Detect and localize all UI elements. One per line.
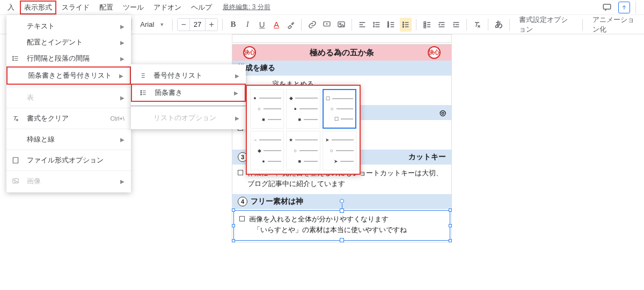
align-button[interactable] <box>356 18 369 32</box>
menu-slide[interactable]: スライド <box>57 1 94 14</box>
section-2-title: ◎ <box>440 108 446 117</box>
format-file-options-label: ファイル形式オプション <box>27 155 104 165</box>
resize-handle[interactable] <box>449 209 452 212</box>
format-clear[interactable]: 書式をクリア Ctrl+\ <box>6 110 131 127</box>
decrease-indent-button[interactable] <box>435 18 448 32</box>
submenu-bulleted-label: 箇条書き <box>155 88 182 98</box>
font-family-select[interactable]: Arial ▼ <box>136 19 168 30</box>
chevron-right-icon: ▶ <box>120 24 125 29</box>
svg-rect-11 <box>424 24 426 25</box>
menu-help[interactable]: ヘルプ <box>187 1 216 14</box>
section-4-line1: 画像を入れると全体が分かりやすくなります <box>249 214 389 225</box>
svg-point-16 <box>141 91 142 92</box>
svg-rect-12 <box>424 26 426 27</box>
insert-comment-button[interactable] <box>320 18 333 32</box>
chevron-right-icon: ▶ <box>235 115 239 121</box>
svg-rect-10 <box>424 21 426 23</box>
line-spacing-button[interactable] <box>371 18 383 32</box>
format-bullets-numbering[interactable]: 箇条書きと番号付きリスト ▶ <box>6 66 131 85</box>
bullet-style-2[interactable]: ◆ ● ■ <box>286 89 320 129</box>
menu-tools[interactable]: ツール <box>119 1 148 14</box>
highlight-color-button[interactable] <box>285 18 297 32</box>
resize-handle[interactable] <box>449 224 452 227</box>
insert-image-button[interactable] <box>335 18 347 32</box>
checklist-button[interactable] <box>421 18 433 32</box>
chevron-right-icon: ▶ <box>120 40 125 46</box>
svg-point-7 <box>402 22 404 23</box>
submenu-numbered[interactable]: 番号付きリスト ▶ <box>131 68 246 84</box>
submenu-list-options-label: リストのオプション <box>153 113 216 123</box>
font-size-value[interactable]: 27 <box>189 19 206 31</box>
format-menu-dropdown: テキスト ▶ 配置とインデント ▶ 行間隔と段落の間隔 ▶ 箇条書きと番号付きリ… <box>6 15 131 192</box>
font-size-stepper[interactable]: − 27 + <box>177 18 218 31</box>
svg-point-3 <box>339 23 341 25</box>
bulleted-list-button[interactable] <box>400 18 412 32</box>
format-borders-lines[interactable]: 枠線と線 ▶ <box>6 131 131 147</box>
format-table: 表 ▶ <box>6 90 131 106</box>
bullet-style-4[interactable]: → ◆ ● <box>250 131 284 170</box>
resize-handle[interactable] <box>232 209 235 212</box>
resize-handle[interactable] <box>449 239 452 242</box>
section-4-line2: 「いらすとや」の素材は本当に使いやすいですね <box>253 225 407 235</box>
menu-insert-partial[interactable]: 入 <box>3 1 19 14</box>
present-icon[interactable] <box>618 2 630 13</box>
svg-point-15 <box>14 180 15 181</box>
comment-history-icon[interactable] <box>601 2 613 13</box>
image-icon <box>12 177 21 185</box>
circled-number-icon: 4 <box>238 197 247 206</box>
line-spacing-icon <box>12 55 21 62</box>
horizontal-ruler[interactable] <box>232 34 452 43</box>
text-color-button[interactable]: A <box>270 18 283 32</box>
format-clear-shortcut: Ctrl+\ <box>110 115 125 122</box>
svg-text:3: 3 <box>387 25 389 28</box>
font-family-value: Arial <box>140 20 154 28</box>
svg-rect-0 <box>603 4 611 9</box>
format-line-spacing[interactable]: 行間隔と段落の間隔 ▶ <box>6 50 131 66</box>
slide-title-bar: 決心 極める為の五か条 決心 <box>232 44 451 61</box>
font-size-decrease[interactable]: − <box>178 20 189 29</box>
format-align-indent[interactable]: 配置とインデント ▶ <box>6 34 131 50</box>
format-text-label: テキスト <box>27 21 55 31</box>
submenu-bulleted[interactable]: 箇条書き ▶ <box>131 84 246 102</box>
font-size-increase[interactable]: + <box>206 20 217 29</box>
chevron-right-icon: ▶ <box>120 179 125 184</box>
bulleted-list-icon <box>140 89 148 96</box>
stamp-icon: 決心 <box>243 46 256 59</box>
increase-indent-button[interactable] <box>450 18 462 32</box>
resize-handle[interactable] <box>232 224 235 227</box>
overflow-icon[interactable] <box>635 2 641 13</box>
bullet-style-1[interactable]: ● ○ ■ <box>250 89 284 129</box>
rotate-handle[interactable] <box>340 199 344 203</box>
insert-link-button[interactable] <box>306 18 318 32</box>
bold-button[interactable]: B <box>227 18 239 32</box>
bullets-numbering-submenu: 番号付きリスト ▶ 箇条書き ▶ リストのオプション ▶ <box>131 64 246 129</box>
menu-arrange[interactable]: 配置 <box>95 1 118 14</box>
format-line-spacing-label: 行間隔と段落の間隔 <box>27 54 90 63</box>
header-icons <box>601 0 641 15</box>
clear-formatting-button[interactable] <box>471 18 484 32</box>
format-table-label: 表 <box>27 93 34 102</box>
svg-point-8 <box>402 24 404 25</box>
menu-format[interactable]: 表示形式 <box>20 1 56 14</box>
svg-rect-13 <box>13 158 18 163</box>
resize-handle[interactable] <box>232 239 235 242</box>
last-edit-link[interactable]: 最終編集: 3 分前 <box>223 3 270 12</box>
bullet-style-3[interactable]: ☐ ○ ☐ <box>323 89 356 129</box>
italic-button[interactable]: I <box>241 18 254 32</box>
format-borders-lines-label: 枠線と線 <box>27 135 55 144</box>
chevron-down-icon: ▼ <box>159 22 164 27</box>
format-options-button[interactable]: 書式設定オプション <box>519 15 572 34</box>
bullet-style-5[interactable]: ★ ○ ■ <box>286 131 320 170</box>
section-4-body-selected[interactable]: 画像を入れると全体が分かりやすくなります 「いらすとや」の素材は本当に使いやすい… <box>233 210 450 241</box>
svg-point-17 <box>141 92 142 93</box>
toolbar-right: 書式設定オプション アニメーション化 <box>507 15 640 34</box>
bullet-style-6[interactable]: ➤ ○ ➤ <box>323 131 356 170</box>
menu-addons[interactable]: アドオン <box>149 1 186 14</box>
input-tools-button[interactable]: あ <box>493 18 505 32</box>
underline-button[interactable]: U <box>256 18 268 32</box>
numbered-list-button[interactable]: 123 <box>385 18 398 32</box>
animate-button[interactable]: アニメーション化 <box>592 15 640 34</box>
chevron-right-icon: ▶ <box>235 73 239 79</box>
format-file-options[interactable]: ファイル形式オプション <box>6 152 131 168</box>
format-text[interactable]: テキスト ▶ <box>6 18 131 34</box>
